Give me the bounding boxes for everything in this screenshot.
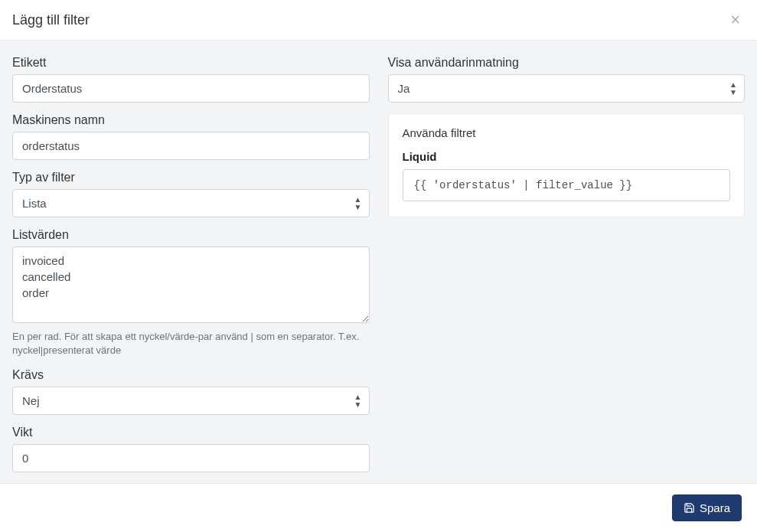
group-etikett: Etikett	[12, 56, 370, 103]
group-typ: Typ av filter Lista ▲▼	[12, 171, 370, 217]
liquid-code: {{ 'orderstatus' | filter_value }}	[403, 169, 731, 201]
input-etikett[interactable]	[12, 74, 370, 103]
group-kravs: Krävs Nej ▲▼	[12, 368, 370, 415]
modal: Lägg till filter × Etikett Maskinens nam…	[0, 0, 757, 532]
select-typ[interactable]: Lista	[12, 189, 370, 217]
label-listvarden: Listvärden	[12, 228, 370, 242]
group-listvarden: Listvärden En per rad. För att skapa ett…	[12, 228, 370, 357]
select-kravs[interactable]: Nej	[12, 387, 370, 415]
use-filter-card: Använda filtret Liquid {{ 'orderstatus' …	[388, 113, 746, 217]
form-row: Etikett Maskinens namn Typ av filter Lis…	[12, 56, 745, 483]
close-button[interactable]: ×	[726, 11, 745, 28]
label-vikt: Vikt	[12, 426, 370, 439]
save-icon	[684, 502, 695, 514]
left-column: Etikett Maskinens namn Typ av filter Lis…	[12, 56, 370, 483]
card-title: Använda filtret	[403, 126, 731, 139]
select-visa[interactable]: Ja	[388, 74, 746, 103]
group-visa: Visa användarinmatning Ja ▲▼	[388, 56, 746, 103]
modal-body: Etikett Maskinens namn Typ av filter Lis…	[0, 41, 757, 483]
modal-footer: Spara	[0, 483, 757, 532]
label-typ: Typ av filter	[12, 171, 370, 184]
modal-header: Lägg till filter ×	[0, 0, 757, 41]
card-subtitle: Liquid	[403, 150, 731, 163]
modal-title: Lägg till filter	[12, 12, 90, 28]
label-visa: Visa användarinmatning	[388, 56, 746, 70]
save-label: Spara	[700, 501, 730, 514]
label-etikett: Etikett	[12, 56, 370, 70]
right-column: Visa användarinmatning Ja ▲▼ Använda fil…	[388, 56, 746, 483]
save-button[interactable]: Spara	[672, 494, 742, 521]
textarea-listvarden[interactable]	[12, 246, 370, 323]
group-vikt: Vikt	[12, 426, 370, 472]
group-maskin: Maskinens namn	[12, 113, 370, 160]
help-listvarden: En per rad. För att skapa ett nyckel/vär…	[12, 330, 370, 357]
label-maskin: Maskinens namn	[12, 113, 370, 127]
label-kravs: Krävs	[12, 368, 370, 382]
close-icon: ×	[730, 10, 740, 29]
input-maskin[interactable]	[12, 132, 370, 160]
input-vikt[interactable]	[12, 444, 370, 472]
